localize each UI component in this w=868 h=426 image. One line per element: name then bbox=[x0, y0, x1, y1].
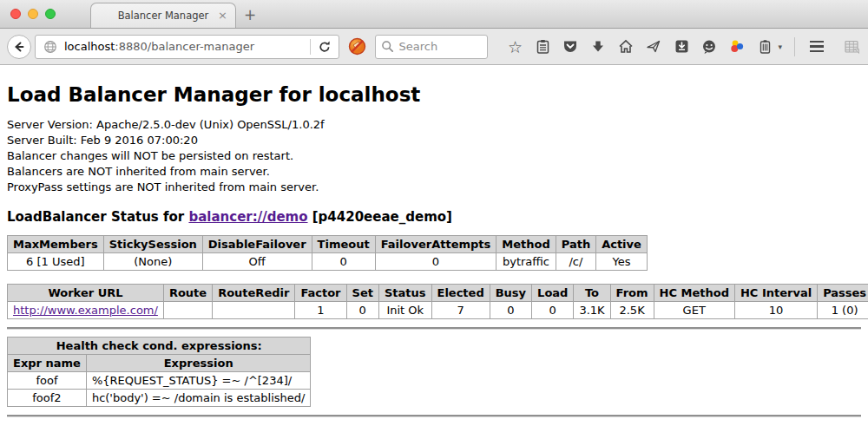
column-header: Expr name bbox=[8, 355, 87, 372]
inherit-notice-line: Balancers are NOT inherited from main se… bbox=[7, 164, 861, 180]
table-cell: 0 bbox=[346, 302, 378, 319]
table-cell: 0 bbox=[532, 302, 574, 319]
column-header: FailoverAttempts bbox=[375, 236, 496, 253]
balancer-data-row: 6 [1 Used] (None) Off 0 0 bytraffic /c/ … bbox=[8, 253, 648, 271]
column-header: Load bbox=[532, 285, 574, 302]
server-built-line: Server Built: Feb 9 2016 07:00:20 bbox=[7, 133, 861, 148]
page-title: Load Balancer Manager for localhost bbox=[7, 82, 861, 107]
new-tab-button[interactable]: + bbox=[244, 6, 256, 23]
grid-icon bbox=[844, 39, 860, 55]
pocket-icon bbox=[562, 39, 578, 54]
back-arrow-icon bbox=[12, 40, 26, 54]
column-header: Timeout bbox=[312, 236, 375, 253]
container-icon bbox=[758, 39, 773, 55]
page-content: Load Balancer Manager for localhost Serv… bbox=[0, 82, 868, 417]
search-icon bbox=[381, 40, 394, 53]
server-info: Server Version: Apache/2.5.0-dev (Unix) … bbox=[7, 117, 861, 195]
column-header: To bbox=[574, 285, 610, 302]
worker-url-link[interactable]: http://www.example.com/ bbox=[13, 304, 158, 317]
table-cell bbox=[163, 302, 212, 319]
loadbalancer-status-heading: LoadBalancer Status for balancer://demo … bbox=[7, 209, 861, 225]
column-header: Active bbox=[596, 236, 648, 253]
reload-button[interactable] bbox=[311, 36, 339, 58]
expression-cell: %{REQUEST_STATUS} =~ /^[234]/ bbox=[86, 372, 311, 390]
persist-notice-line: Balancer changes will NOT be persisted o… bbox=[7, 148, 861, 164]
table-cell: 10 bbox=[734, 302, 817, 319]
home-button[interactable] bbox=[616, 36, 635, 57]
table-cell: GET bbox=[654, 302, 734, 319]
status-heading-prefix: LoadBalancer Status for bbox=[7, 209, 188, 225]
feedback-button[interactable] bbox=[700, 36, 719, 57]
balancer-demo-link[interactable]: balancer://demo bbox=[188, 209, 307, 225]
health-data-row: foof %{REQUEST_STATUS} =~ /^[234]/ bbox=[8, 372, 311, 390]
column-header: Method bbox=[496, 236, 556, 253]
balancer-summary-table: MaxMembers StickySession DisableFailover… bbox=[7, 235, 648, 271]
column-header: Expression bbox=[86, 355, 311, 372]
hamburger-icon bbox=[810, 41, 824, 53]
expr-name-cell: foof bbox=[8, 372, 87, 390]
reload-icon bbox=[318, 40, 332, 54]
reading-list-button[interactable] bbox=[533, 36, 552, 57]
column-header: Path bbox=[556, 236, 595, 253]
worker-url-cell: http://www.example.com/ bbox=[8, 302, 164, 319]
browser-tab[interactable]: Balancer Manager × bbox=[90, 3, 236, 28]
download-box-icon bbox=[674, 39, 689, 54]
container-button[interactable] bbox=[755, 36, 774, 57]
column-header: MaxMembers bbox=[8, 236, 104, 253]
column-header: HC Method bbox=[654, 285, 734, 302]
worker-table: Worker URL Route RouteRedir Factor Set S… bbox=[7, 284, 868, 319]
column-header: StickySession bbox=[103, 236, 202, 253]
column-header: RouteRedir bbox=[213, 285, 295, 302]
table-cell bbox=[213, 302, 295, 319]
extension-colored-dots-button[interactable] bbox=[727, 36, 746, 57]
chevron-down-icon[interactable]: ▾ bbox=[778, 43, 782, 51]
zoom-window-button[interactable] bbox=[45, 9, 56, 19]
expr-name-cell: foof2 bbox=[8, 390, 87, 407]
table-cell: 0 bbox=[312, 253, 375, 271]
download-arrow-icon bbox=[591, 40, 605, 54]
tab-title: Balancer Manager bbox=[118, 10, 209, 22]
paper-plane-icon bbox=[646, 39, 661, 54]
downloads-button[interactable] bbox=[589, 36, 608, 57]
star-icon: ☆ bbox=[508, 38, 523, 56]
worker-header-row: Worker URL Route RouteRedir Factor Set S… bbox=[8, 285, 868, 302]
globe-icon bbox=[43, 40, 57, 54]
table-cell: 3.1K bbox=[574, 302, 610, 319]
column-header: Status bbox=[378, 285, 431, 302]
balancer-header-row: MaxMembers StickySession DisableFailover… bbox=[8, 236, 648, 253]
send-tab-button[interactable] bbox=[644, 36, 663, 57]
pocket-button[interactable] bbox=[561, 36, 580, 57]
content-blocked-icon[interactable] bbox=[348, 37, 366, 56]
section-divider bbox=[7, 327, 861, 330]
bookmark-star-button[interactable]: ☆ bbox=[505, 36, 524, 57]
sidebar-grid-button[interactable] bbox=[842, 36, 861, 57]
search-input[interactable] bbox=[398, 40, 482, 53]
health-title-row: Health check cond. expressions: bbox=[8, 338, 311, 355]
url-text: localhost:8880/balancer-manager bbox=[64, 40, 254, 53]
table-cell: 0 bbox=[490, 302, 531, 319]
table-cell: Off bbox=[202, 253, 312, 271]
column-header: Passes bbox=[818, 285, 868, 302]
bottom-divider bbox=[7, 415, 861, 417]
table-cell: 1 bbox=[295, 302, 346, 319]
minimize-window-button[interactable] bbox=[28, 9, 38, 19]
health-table-title: Health check cond. expressions: bbox=[8, 338, 311, 355]
back-button[interactable] bbox=[7, 35, 31, 59]
close-window-button[interactable] bbox=[10, 9, 21, 19]
table-cell: 1 (0) bbox=[818, 302, 868, 319]
smiley-icon bbox=[701, 39, 717, 55]
search-box bbox=[375, 35, 488, 59]
menu-button[interactable] bbox=[807, 36, 826, 57]
download-panel-button[interactable] bbox=[672, 36, 691, 57]
address-bar[interactable]: localhost:8880/balancer-manager bbox=[35, 35, 339, 59]
column-header: HC Interval bbox=[734, 285, 817, 302]
table-cell: 0 bbox=[375, 253, 496, 271]
column-header: Busy bbox=[490, 285, 531, 302]
column-header: Set bbox=[346, 285, 378, 302]
url-path: :8880/balancer-manager bbox=[115, 40, 254, 53]
toolbar-icons: ☆ bbox=[505, 36, 861, 57]
table-cell: 7 bbox=[431, 302, 490, 319]
table-cell: bytraffic bbox=[496, 253, 556, 271]
home-icon bbox=[618, 39, 634, 54]
tab-close-icon[interactable]: × bbox=[218, 10, 227, 21]
